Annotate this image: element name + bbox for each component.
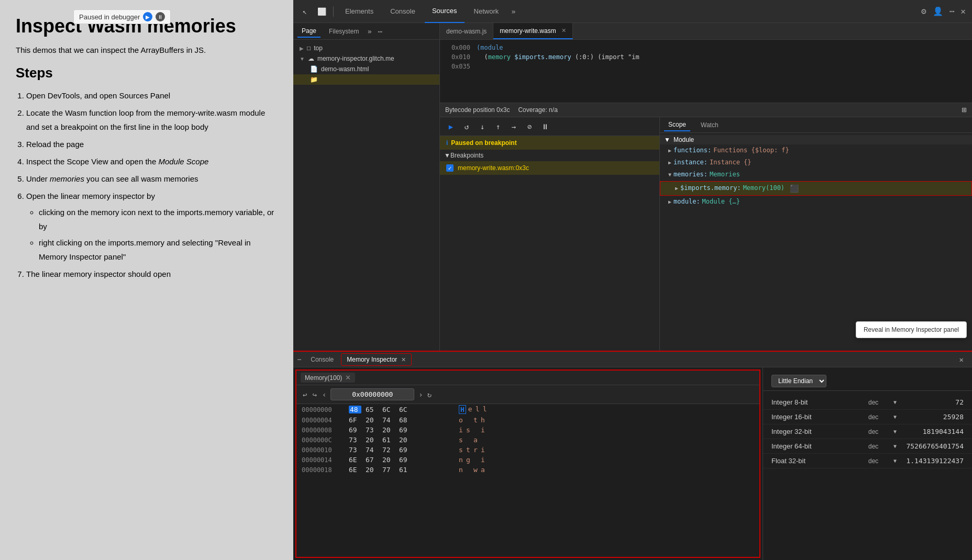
file-tab-label-js: demo-wasm.js (446, 28, 487, 35)
tab-console[interactable]: Console (383, 0, 423, 23)
file-tab-memory-write-wasm[interactable]: memory-write.wasm ✕ (493, 23, 572, 39)
imports-memory-arrow-icon: ▶ (675, 184, 678, 193)
tree-item-domain[interactable]: ▼ ☁ memory-inspector.glitch.me (293, 53, 439, 64)
breakpoint-checkbox[interactable]: ✓ (446, 164, 454, 172)
mem-addr-3: 0000000C (302, 436, 344, 444)
cursor-icon[interactable]: ↖ (297, 4, 312, 19)
mem-byte-1-3: 68 (399, 416, 412, 424)
resume-btn[interactable]: ▶ (444, 120, 458, 133)
step-into-btn[interactable]: ↓ (476, 120, 489, 133)
int64-arrow-icon[interactable]: ▼ (893, 443, 897, 449)
int8-arrow-icon[interactable]: ▼ (893, 399, 897, 405)
mem-chars-6: n w a (459, 466, 486, 474)
tree-text-html: demo-wasm.html (321, 65, 369, 73)
mem-char-5-3: i (481, 456, 486, 464)
breakpoints-header[interactable]: ▼ Breakpoints (440, 150, 659, 161)
mem-bytes-5: 6E 67 20 69 (349, 456, 454, 464)
scope-tab-watch[interactable]: Watch (697, 119, 723, 131)
nav-prev-icon[interactable]: ‹ (321, 389, 327, 400)
functions-arrow-icon: ▶ (668, 147, 671, 155)
more-tabs-button[interactable]: » (508, 5, 518, 18)
steps-heading: Steps (16, 65, 278, 81)
memory-inspector-icon[interactable]: ⬛ (790, 183, 799, 194)
file-tab-demo-wasm-js[interactable]: demo-wasm.js (440, 23, 493, 39)
bottom-tab-memory-inspector[interactable]: Memory Inspector ✕ (341, 353, 411, 366)
bytecode-bar: Bytecode position 0x3c Coverage: n/a ⊞ (440, 103, 972, 117)
nav-back-icon[interactable]: ↩ (302, 389, 308, 400)
refresh-icon[interactable]: ↻ (427, 390, 432, 399)
mem-chars-3: s a (459, 436, 486, 444)
int16-arrow-icon[interactable]: ▼ (893, 414, 897, 420)
mem-byte-6-1: 20 (366, 466, 378, 474)
scope-memories: ▼ memories: Memories (660, 169, 972, 181)
step-btn[interactable]: → (507, 120, 521, 133)
value-row-int64: Integer 64-bit dec ▼ 75266765401754 (763, 439, 972, 454)
nav-forward-icon[interactable]: ↪ (311, 389, 317, 400)
tab-elements[interactable]: Elements (338, 0, 381, 23)
filesystem-tab[interactable]: Filesystem (325, 26, 363, 37)
mem-byte-5-2: 20 (382, 456, 395, 464)
int8-value: 72 (901, 398, 964, 406)
bottom-more-icon[interactable]: ⋯ (297, 356, 301, 363)
step-out-btn[interactable]: ↑ (491, 120, 505, 133)
float32-arrow-icon[interactable]: ▼ (893, 458, 897, 464)
mem-char-1-0: o (459, 416, 464, 424)
tab-network[interactable]: Network (467, 0, 506, 23)
scope-tab-scope[interactable]: Scope (664, 119, 690, 131)
sources-sidebar: Page Filesystem » ⋯ ▶ □ top ▼ ☁ memory-i… (293, 23, 440, 351)
mem-char-1-2: t (473, 416, 479, 424)
nav-next-icon[interactable]: › (417, 389, 424, 400)
resume-button[interactable]: ▶ (143, 12, 152, 21)
mem-byte-0-0[interactable]: 48 (349, 406, 361, 413)
pause-btn[interactable]: ⏸ (538, 120, 552, 133)
scope-content: ▼ Module ▶ functions: Functions {$loop: … (660, 133, 972, 351)
settings-icon[interactable]: ⚙ (919, 6, 929, 16)
line-addr-2: 0x035 (444, 63, 470, 70)
bytecode-expand-icon[interactable]: ⊞ (962, 106, 967, 114)
float32-label: Float 32-bit (771, 457, 864, 465)
mem-chars-1: o t h (459, 416, 486, 424)
step-button[interactable]: ⏸ (156, 12, 165, 21)
close-memory-inspector-icon[interactable]: ✕ (401, 356, 406, 363)
file-tab-label-wasm: memory-write.wasm (500, 27, 556, 35)
tooltip-text: Reveal in Memory Inspector panel (864, 326, 959, 333)
page-tab[interactable]: Page (297, 25, 321, 38)
file-icon-html: 📄 (310, 65, 318, 73)
inspect-icon[interactable]: ⬜ (314, 4, 329, 19)
deactivate-btn[interactable]: ⊘ (523, 120, 536, 133)
mem-char-3-0: s (459, 436, 464, 444)
close-devtools-icon[interactable]: ✕ (958, 6, 968, 16)
address-input[interactable] (330, 388, 414, 400)
sub-step-1: clicking on the memory icon next to the … (39, 205, 278, 233)
paused-badge-label: Paused in debugger (79, 13, 140, 21)
mem-char-4-3: i (481, 446, 486, 454)
close-bottom-panel-icon[interactable]: ✕ (955, 355, 968, 364)
int32-arrow-icon[interactable]: ▼ (893, 429, 897, 434)
scope-module-header[interactable]: ▼ Module (660, 135, 972, 144)
bottom-tab-console[interactable]: Console (305, 354, 339, 365)
sub-step-2: right clicking on the imports.memory and… (39, 236, 278, 264)
tree-text-top: top (314, 44, 323, 52)
tree-item-wasm-folder[interactable]: 📁 (293, 74, 439, 85)
endian-select[interactable]: Little Endian (771, 375, 826, 387)
instance-key: instance: (673, 158, 708, 167)
close-memory-tab-icon[interactable]: ✕ (345, 374, 351, 382)
profile-icon[interactable]: 👤 (931, 6, 945, 16)
tree-item-top[interactable]: ▶ □ top (293, 43, 439, 53)
filetab-menu-icon[interactable]: ⋯ (378, 27, 382, 36)
more-filetabs-icon[interactable]: » (367, 27, 371, 36)
mem-chars-2: i s i (459, 426, 486, 434)
code-line-1: 0x010 (memory $imports.memory (:0:) (imp… (440, 52, 972, 62)
tab-sources[interactable]: Sources (425, 0, 465, 23)
mem-char-5-1: g (466, 456, 471, 464)
memory-tab[interactable]: Memory(100) ✕ (301, 373, 355, 383)
step-over-btn[interactable]: ↺ (460, 120, 473, 133)
tree-item-html[interactable]: 📄 demo-wasm.html (293, 64, 439, 74)
more-options-icon[interactable]: ⋯ (947, 6, 957, 16)
step-5: Under memories you can see all wasm memo… (26, 172, 278, 186)
mem-char-3-2: a (473, 436, 479, 444)
close-wasm-tab-icon[interactable]: ✕ (561, 27, 566, 34)
mem-row-4: 00000010 73 74 72 69 s t r i (296, 445, 759, 455)
mem-char-4-1: t (466, 446, 471, 454)
mem-row-1: 00000004 6F 20 74 68 o t h (296, 415, 759, 425)
